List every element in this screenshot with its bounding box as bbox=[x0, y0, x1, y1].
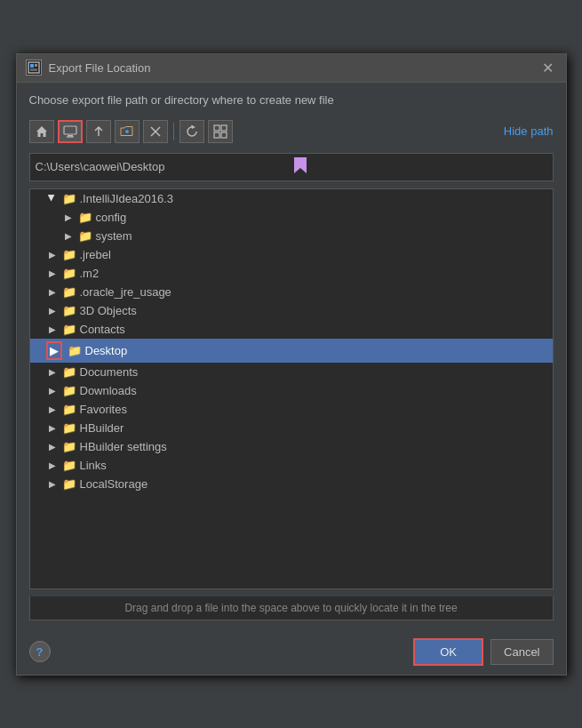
tree-item-config[interactable]: ▶ 📁 config bbox=[30, 208, 553, 227]
arrow-jrebel: ▶ bbox=[46, 248, 59, 260]
tree-item-label: Documents bbox=[80, 365, 139, 379]
folder-icon-downloads: 📁 bbox=[62, 384, 76, 397]
folder-icon-contacts: 📁 bbox=[62, 323, 76, 336]
svg-rect-13 bbox=[221, 125, 227, 131]
folder-icon-system: 📁 bbox=[78, 229, 92, 243]
arrow-hbuilder: ▶ bbox=[46, 421, 59, 434]
tree-item-label: Favorites bbox=[80, 403, 127, 416]
file-tree[interactable]: ▶ 📁 .IntelliJIdea2016.3 ▶ 📁 config ▶ 📁 s… bbox=[29, 188, 554, 589]
arrow-3dobjects: ▶ bbox=[46, 304, 59, 316]
svg-rect-15 bbox=[221, 132, 227, 138]
tree-item-label: config bbox=[96, 211, 127, 224]
hide-path-button[interactable]: Hide path bbox=[504, 124, 554, 138]
app-icon bbox=[26, 60, 42, 76]
tree-item-hbuilder[interactable]: ▶ 📁 HBuilder bbox=[30, 419, 553, 437]
svg-rect-3 bbox=[30, 68, 37, 71]
folder-icon-config: 📁 bbox=[78, 211, 92, 224]
path-value[interactable]: C:\Users\caowei\Desktop bbox=[36, 160, 289, 173]
folder-icon-links: 📁 bbox=[62, 459, 76, 472]
folder-icon-favorites: 📁 bbox=[62, 403, 76, 416]
tree-item-label: .oracle_jre_usage bbox=[80, 285, 171, 299]
bookmark-icon[interactable] bbox=[294, 157, 547, 177]
arrow-contacts: ▶ bbox=[46, 323, 59, 335]
folder-icon-intellij: 📁 bbox=[62, 192, 76, 205]
svg-rect-4 bbox=[64, 126, 76, 134]
close-button[interactable]: ✕ bbox=[538, 60, 557, 76]
tree-item-3dobjects[interactable]: ▶ 📁 3D Objects bbox=[30, 301, 553, 320]
help-button[interactable]: ? bbox=[29, 641, 51, 662]
tree-item-label: Contacts bbox=[80, 323, 125, 336]
tree-item-label: HBuilder bbox=[80, 421, 124, 435]
cancel-button[interactable]: Cancel bbox=[490, 639, 553, 665]
tree-item-intellij[interactable]: ▶ 📁 .IntelliJIdea2016.3 bbox=[30, 189, 553, 208]
refresh-button[interactable] bbox=[179, 120, 204, 143]
tree-item-label: .m2 bbox=[80, 267, 100, 280]
tree-item-contacts[interactable]: ▶ 📁 Contacts bbox=[30, 320, 553, 339]
arrow-links: ▶ bbox=[46, 459, 59, 471]
folder-icon-hbuilder: 📁 bbox=[62, 421, 76, 435]
home-button[interactable] bbox=[29, 120, 54, 143]
tree-item-desktop[interactable]: ▶ 📁 Desktop bbox=[30, 339, 553, 363]
tree-item-system[interactable]: ▶ 📁 system bbox=[30, 227, 553, 245]
export-file-dialog: Export File Location ✕ Choose export fil… bbox=[16, 53, 567, 676]
drag-hint: Drag and drop a file into the space abov… bbox=[29, 596, 554, 620]
dialog-body: Choose export file path or directory whe… bbox=[17, 83, 566, 629]
arrow-favorites: ▶ bbox=[46, 403, 59, 415]
arrow-system: ▶ bbox=[62, 229, 75, 242]
desktop-button[interactable] bbox=[58, 120, 83, 143]
folder-icon-m2: 📁 bbox=[62, 267, 76, 280]
svg-marker-16 bbox=[294, 157, 307, 173]
folder-icon-3dobjects: 📁 bbox=[62, 304, 76, 317]
toggle-view-button[interactable] bbox=[208, 120, 233, 143]
arrow-config: ▶ bbox=[62, 211, 75, 223]
tree-item-hbuildersettings[interactable]: ▶ 📁 HBuilder settings bbox=[30, 437, 553, 456]
tree-item-label: .IntelliJIdea2016.3 bbox=[80, 192, 174, 205]
tree-item-links[interactable]: ▶ 📁 Links bbox=[30, 456, 553, 475]
tree-item-label: Links bbox=[80, 459, 107, 472]
tree-item-label: .jrebel bbox=[80, 248, 111, 261]
folder-icon-documents: 📁 bbox=[62, 365, 76, 379]
arrow-intellij: ▶ bbox=[46, 192, 59, 204]
tree-item-documents[interactable]: ▶ 📁 Documents bbox=[30, 363, 553, 381]
svg-rect-12 bbox=[214, 125, 219, 131]
dialog-title: Export File Location bbox=[49, 61, 531, 75]
arrow-documents: ▶ bbox=[46, 365, 59, 378]
arrow-downloads: ▶ bbox=[46, 384, 59, 396]
tree-item-label: HBuilder settings bbox=[80, 440, 167, 453]
toolbar: Hide path bbox=[29, 117, 554, 146]
ok-button[interactable]: OK bbox=[413, 638, 483, 666]
arrow-localstorage: ▶ bbox=[46, 477, 59, 490]
tree-item-downloads[interactable]: ▶ 📁 Downloads bbox=[30, 381, 553, 400]
arrow-m2: ▶ bbox=[46, 267, 59, 279]
tree-item-favorites[interactable]: ▶ 📁 Favorites bbox=[30, 400, 553, 419]
tree-item-label: 3D Objects bbox=[80, 304, 137, 317]
svg-rect-2 bbox=[35, 64, 37, 67]
delete-button[interactable] bbox=[143, 120, 168, 143]
folder-icon-localstorage: 📁 bbox=[62, 477, 76, 491]
separator-1 bbox=[173, 123, 174, 140]
folder-icon-desktop: 📁 bbox=[68, 344, 82, 357]
folder-icon-hbuildersettings: 📁 bbox=[62, 440, 76, 453]
tree-item-label: system bbox=[96, 229, 132, 243]
path-bar: C:\Users\caowei\Desktop bbox=[29, 153, 554, 181]
title-bar: Export File Location ✕ bbox=[17, 54, 566, 83]
folder-icon-jrebel: 📁 bbox=[62, 248, 76, 261]
svg-rect-1 bbox=[30, 64, 34, 68]
tree-item-label: LocalStorage bbox=[80, 477, 148, 491]
svg-rect-14 bbox=[214, 132, 219, 138]
dialog-subtitle: Choose export file path or directory whe… bbox=[29, 93, 554, 107]
arrow-desktop-selected: ▶ bbox=[46, 341, 62, 360]
tree-item-jrebel[interactable]: ▶ 📁 .jrebel bbox=[30, 245, 553, 264]
tree-item-m2[interactable]: ▶ 📁 .m2 bbox=[30, 264, 553, 283]
tree-item-localstorage[interactable]: ▶ 📁 LocalStorage bbox=[30, 475, 553, 493]
folder-icon-oracle: 📁 bbox=[62, 285, 76, 299]
arrow-oracle: ▶ bbox=[46, 285, 59, 298]
tree-item-oracle[interactable]: ▶ 📁 .oracle_jre_usage bbox=[30, 283, 553, 301]
nav-up-button[interactable] bbox=[86, 120, 111, 143]
tree-item-label: Desktop bbox=[85, 344, 128, 357]
dialog-footer: ? OK Cancel bbox=[17, 629, 566, 675]
arrow-hbuildersettings: ▶ bbox=[46, 440, 59, 452]
new-folder-button[interactable] bbox=[115, 120, 140, 143]
tree-item-label: Downloads bbox=[80, 384, 137, 397]
svg-rect-5 bbox=[68, 135, 73, 137]
